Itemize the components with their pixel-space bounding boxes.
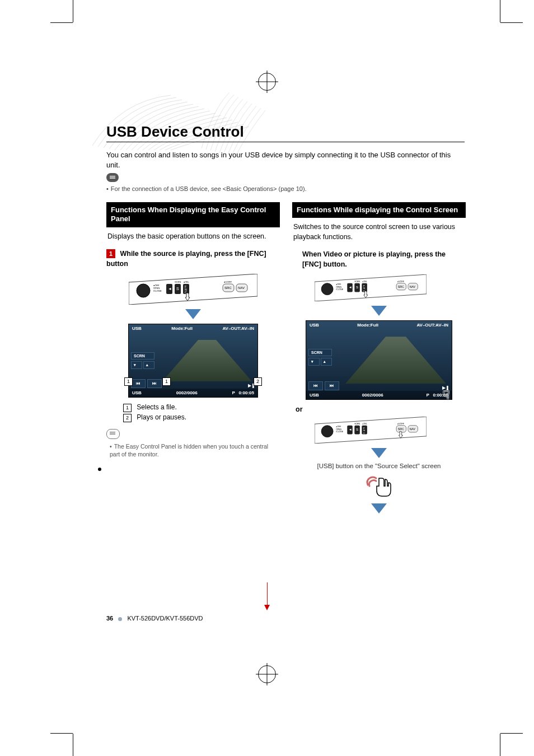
page-number: 36 bbox=[106, 615, 113, 622]
svg-text:●OFF: ●OFF bbox=[336, 284, 341, 286]
svg-text:●V.OFF: ●V.OFF bbox=[224, 281, 232, 283]
adjust-button[interactable]: ▾ bbox=[131, 361, 142, 369]
page-footer: 36 KVT-526DVD/KVT-556DVD bbox=[106, 615, 203, 622]
callout-2: 2 bbox=[254, 377, 262, 386]
svg-text:NAV: NAV bbox=[410, 285, 416, 288]
down-arrow-icon bbox=[371, 503, 387, 514]
svg-text:C: C bbox=[363, 432, 365, 435]
page-title: USB Device Control bbox=[106, 123, 465, 142]
legend-num-2: 2 bbox=[123, 414, 132, 422]
screen-mode-label: Mode:Full bbox=[357, 323, 378, 328]
svg-text:NAV: NAV bbox=[238, 286, 245, 290]
screen-time: 0:00:05 bbox=[238, 390, 254, 395]
svg-text:/CLOSE: /CLOSE bbox=[336, 431, 343, 433]
svg-text:OPEN: OPEN bbox=[336, 428, 341, 431]
svg-text:SRC: SRC bbox=[398, 285, 404, 288]
down-arrow-icon bbox=[185, 309, 201, 319]
right-step-instruction: When Video or picture is playing, press … bbox=[302, 250, 446, 268]
legend-list: 1 Selects a file. 2 Plays or pauses. bbox=[123, 403, 280, 422]
note-icon bbox=[106, 173, 119, 182]
adjust-button[interactable]: ▾ bbox=[308, 358, 320, 366]
down-arrow-icon bbox=[371, 448, 387, 458]
callout-1: 1 bbox=[124, 377, 133, 386]
screen-bottom-source: USB bbox=[310, 393, 319, 398]
svg-text:SRC: SRC bbox=[398, 427, 404, 431]
footer-dot-icon bbox=[118, 617, 122, 621]
svg-text:/CLOSE: /CLOSE bbox=[336, 288, 343, 291]
or-label: or bbox=[296, 405, 466, 413]
left-description: Displays the basic operation buttons on … bbox=[106, 227, 280, 246]
screen-mode-label: Mode:Full bbox=[171, 326, 193, 331]
step-instruction: While the source is playing, press the [… bbox=[106, 250, 266, 268]
svg-text:◄: ◄ bbox=[168, 287, 172, 291]
screen-avout-label: AV–OUT:AV–IN bbox=[416, 323, 448, 328]
svg-text:/CLOSE: /CLOSE bbox=[153, 290, 162, 292]
source-select-caption: [USB] button on the "Source Select" scre… bbox=[292, 463, 466, 469]
svg-point-1 bbox=[137, 284, 150, 297]
screen-source-label: USB bbox=[310, 323, 319, 328]
svg-point-41 bbox=[321, 426, 333, 437]
device-front-panel-icon: ●OFF OPEN /CLOSE ◄ SCRN S ●TEL F N C ●V.… bbox=[129, 274, 257, 305]
callout-1b: 1 bbox=[162, 377, 171, 386]
prev-track-button[interactable]: ⏮ bbox=[131, 379, 146, 388]
legend-text-1: Selects a file. bbox=[137, 403, 176, 411]
device-front-panel-icon: ●OFF OPEN /CLOSE ◄ SCRN S ●TEL F N C ●V.… bbox=[315, 417, 427, 444]
svg-text:◄: ◄ bbox=[349, 286, 352, 290]
svg-text:●TEL: ●TEL bbox=[184, 281, 190, 283]
svg-text:●TEL: ●TEL bbox=[362, 281, 367, 283]
margin-dot-icon bbox=[98, 468, 101, 471]
svg-text:●OFF: ●OFF bbox=[336, 426, 341, 428]
svg-text:OPEN: OPEN bbox=[336, 286, 341, 288]
screen-track-counter: 0002/0006 bbox=[362, 393, 383, 398]
adjust-button[interactable]: ▴ bbox=[143, 361, 154, 369]
svg-text:S: S bbox=[356, 286, 358, 290]
svg-text:NAV: NAV bbox=[410, 427, 416, 431]
svg-text:●V.OFF: ●V.OFF bbox=[397, 281, 404, 283]
svg-text:S: S bbox=[176, 287, 179, 291]
screen-source-label: USB bbox=[132, 326, 142, 331]
scrn-button[interactable]: SCRN bbox=[308, 349, 332, 356]
device-front-panel-icon: ●OFF OPEN /CLOSE ◄ SCRN S ●TEL F N C ●V.… bbox=[315, 274, 427, 301]
connection-note: •For the connection of a USB device, see… bbox=[106, 185, 478, 192]
model-name: KVT-526DVD/KVT-556DVD bbox=[127, 615, 203, 622]
next-track-button[interactable]: ⏭ bbox=[147, 379, 162, 388]
screen-track-counter: 0002/0006 bbox=[176, 390, 198, 395]
control-screen: USB Mode:Full AV–OUT:AV–IN SCRN ▾ ▴ ⏮ bbox=[306, 320, 452, 400]
red-flow-arrow-icon bbox=[264, 582, 270, 610]
svg-text:●TEL: ●TEL bbox=[362, 423, 367, 425]
easy-panel-note: •The Easy Control Panel is hidden when y… bbox=[110, 442, 280, 458]
intro-text: You can control and listen to songs in y… bbox=[106, 150, 465, 170]
adjust-button[interactable]: ▴ bbox=[321, 358, 332, 366]
right-section-header: Functions While displaying the Control S… bbox=[292, 202, 466, 218]
note-icon bbox=[106, 429, 120, 439]
screen-avout-label: AV–OUT:AV–IN bbox=[222, 326, 254, 331]
svg-text:●V.OFF: ●V.OFF bbox=[397, 423, 404, 425]
svg-text:SCRN: SCRN bbox=[354, 281, 360, 283]
scrn-button[interactable]: SCRN bbox=[131, 352, 154, 360]
easy-control-screen: USB Mode:Full AV–OUT:AV–IN SCRN ▾ ▴ ⏮ bbox=[128, 324, 258, 398]
svg-text:SCRN: SCRN bbox=[354, 423, 360, 425]
legend-text-2: Plays or pauses. bbox=[137, 413, 186, 421]
finger-cursor-icon: ☟ bbox=[443, 388, 449, 402]
screen-p-indicator: P bbox=[427, 393, 429, 398]
svg-text:S: S bbox=[356, 428, 358, 432]
left-section-header: Functions When Displaying the Easy Contr… bbox=[106, 202, 280, 227]
svg-text:SCRN: SCRN bbox=[175, 281, 181, 283]
right-description: Switches to the source control screen to… bbox=[292, 218, 466, 246]
prev-track-button[interactable]: ⏮ bbox=[308, 381, 323, 390]
registration-mark-icon bbox=[258, 665, 276, 683]
svg-text:SRC: SRC bbox=[224, 286, 232, 290]
step-number-badge: 1 bbox=[106, 249, 115, 258]
screen-bottom-source: USB bbox=[132, 390, 142, 395]
next-track-button[interactable]: ⏭ bbox=[325, 381, 339, 390]
down-arrow-icon bbox=[371, 306, 387, 316]
screen-p-indicator: P bbox=[232, 390, 235, 395]
tap-gesture-icon bbox=[365, 474, 393, 499]
legend-num-1: 1 bbox=[123, 404, 132, 412]
svg-point-21 bbox=[321, 283, 333, 295]
svg-text:◄: ◄ bbox=[349, 428, 352, 432]
